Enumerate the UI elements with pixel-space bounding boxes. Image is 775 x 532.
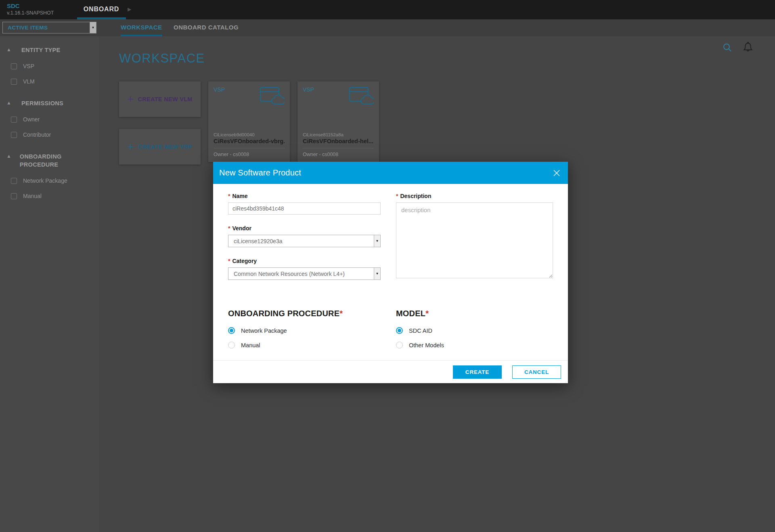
required-asterisk: *	[396, 193, 398, 199]
filter-label: Contributor	[23, 131, 51, 138]
chevron-up-icon[interactable]: ▲	[6, 153, 12, 159]
create-new-vlm-button[interactable]: + CREATE NEW VLM	[119, 81, 201, 117]
radio-label: Manual	[241, 342, 260, 348]
required-asterisk: *	[228, 193, 230, 199]
vsp-card[interactable]: VSP CiLicenseb9d00040 CiResVFOnboarded-v…	[208, 81, 290, 162]
card-divider	[214, 148, 285, 148]
onboarding-procedure-group: ONBOARDING PROCEDURE* Network Package Ma…	[228, 309, 381, 356]
description-field-group: *Description	[396, 193, 553, 278]
filter-section-onboarding-procedure: ▲ ONBOARDING PROCEDURE Network Package M…	[0, 152, 99, 199]
card-name: CiResVFOnboarded-vbrg...	[214, 138, 285, 144]
vsp-window-cloud-icon	[260, 87, 285, 107]
section-header-permissions[interactable]: ▲ PERMISSIONS	[0, 99, 99, 107]
filter-item-contributor[interactable]: Contributor	[0, 131, 99, 138]
filter-item-manual[interactable]: Manual	[0, 193, 99, 199]
dropdown-arrow-icon[interactable]: ▼	[374, 235, 380, 247]
modal-footer: CREATE CANCEL	[213, 360, 568, 383]
tab-workspace[interactable]: WORKSPACE	[121, 19, 162, 36]
checkbox[interactable]	[11, 193, 17, 199]
filter-label: Network Package	[23, 177, 67, 184]
nav-tab-onboard[interactable]: ONBOARD	[77, 0, 126, 19]
active-items-selected-value: ACTIVE ITEMS	[3, 25, 48, 31]
filter-label: VSP	[23, 63, 34, 69]
category-selected-value: Common Network Resources (Network L4+)	[228, 268, 374, 280]
radio-network-package[interactable]: Network Package	[228, 327, 381, 334]
category-select[interactable]: Common Network Resources (Network L4+) ▼	[228, 267, 381, 280]
sub-header: ACTIVE ITEMS ▼ WORKSPACE ONBOARD CATALOG	[0, 19, 775, 36]
radio-label: Other Models	[409, 342, 444, 348]
card-vendor-id: CiLicense81152a8a	[303, 132, 374, 137]
card-owner: Owner - cs0008	[214, 152, 285, 157]
card-vendor-id: CiLicenseb9d00040	[214, 132, 285, 137]
dropdown-arrow-icon[interactable]: ▼	[90, 22, 96, 33]
card-info: CiLicenseb9d00040 CiResVFOnboarded-vbrg.…	[214, 132, 285, 157]
checkbox[interactable]	[11, 63, 17, 69]
nav-tab-active-underline	[77, 17, 126, 19]
radio-button-selected[interactable]	[396, 327, 403, 334]
radio-button-selected[interactable]	[228, 327, 235, 334]
chevron-up-icon[interactable]: ▲	[6, 47, 14, 52]
required-asterisk: *	[425, 309, 429, 318]
description-textarea[interactable]	[396, 202, 553, 278]
checkbox[interactable]	[11, 178, 17, 184]
section-header-entity-type[interactable]: ▲ ENTITY TYPE	[0, 46, 99, 54]
plus-icon: +	[128, 141, 134, 152]
name-label: *Name	[228, 193, 381, 199]
app-name: SDC	[7, 2, 54, 10]
checkbox[interactable]	[11, 117, 17, 123]
close-icon[interactable]	[553, 169, 561, 177]
radio-other-models[interactable]: Other Models	[396, 342, 553, 348]
cancel-button[interactable]: CANCEL	[512, 365, 561, 379]
filter-item-vsp[interactable]: VSP	[0, 63, 99, 69]
vendor-label: *Vendor	[228, 225, 381, 232]
name-input[interactable]	[228, 202, 381, 215]
create-button[interactable]: CREATE	[453, 365, 502, 379]
filter-label: VLM	[23, 78, 35, 85]
workspace-cards: + CREATE NEW VLM + CREATE NEW VSP VSP Ci…	[119, 81, 775, 165]
create-button-label: CREATE NEW VSP	[138, 144, 192, 150]
onboarding-procedure-heading: ONBOARDING PROCEDURE*	[228, 309, 381, 318]
filter-item-owner[interactable]: Owner	[0, 116, 99, 123]
page-title: WORKSPACE	[119, 51, 775, 66]
checkbox[interactable]	[11, 79, 17, 85]
radio-manual[interactable]: Manual	[228, 342, 381, 348]
name-field-group: *Name	[228, 193, 381, 215]
modal-title: New Software Product	[219, 168, 301, 177]
filter-item-vlm[interactable]: VLM	[0, 78, 99, 85]
category-label: *Category	[228, 258, 381, 264]
card-divider	[303, 148, 374, 148]
filter-label: Manual	[23, 193, 42, 199]
radio-label: Network Package	[241, 328, 287, 334]
tab-onboard-catalog[interactable]: ONBOARD CATALOG	[174, 19, 239, 36]
app-brand: SDC v.1.16.1-SNAPSHOT	[7, 2, 54, 16]
dropdown-arrow-icon[interactable]: ▼	[374, 268, 380, 280]
checkbox[interactable]	[11, 132, 17, 138]
filter-sidebar: ▲ ENTITY TYPE VSP VLM ▲ PERMISSIONS Owne…	[0, 36, 99, 532]
category-field-group: *Category Common Network Resources (Netw…	[228, 258, 381, 280]
model-heading: MODEL*	[396, 309, 553, 318]
new-software-product-modal: New Software Product *Name *Vendor ciLic…	[213, 162, 568, 383]
section-title: PERMISSIONS	[21, 99, 80, 107]
filter-item-network-package[interactable]: Network Package	[0, 177, 99, 184]
radio-button[interactable]	[396, 342, 403, 348]
section-header-onboarding-procedure[interactable]: ▲ ONBOARDING PROCEDURE	[0, 152, 99, 169]
active-items-select[interactable]: ACTIVE ITEMS ▼	[2, 22, 96, 33]
vendor-select[interactable]: ciLicense12920e3a ▼	[228, 235, 381, 247]
modal-header: New Software Product	[213, 162, 568, 184]
model-group: MODEL* SDC AID Other Models	[396, 309, 553, 356]
card-info: CiLicense81152a8a CiResVFOnboarded-hel..…	[303, 132, 374, 157]
section-title: ONBOARDING PROCEDURE	[20, 152, 99, 169]
notifications-bell-icon[interactable]	[743, 42, 753, 52]
chevron-up-icon[interactable]: ▲	[6, 100, 14, 106]
section-title: ENTITY TYPE	[21, 46, 77, 54]
card-name: CiResVFOnboarded-hel...	[303, 138, 374, 144]
search-icon[interactable]	[722, 42, 733, 53]
card-owner: Owner - cs0008	[303, 152, 374, 157]
vsp-card[interactable]: VSP CiLicense81152a8a CiResVFOnboarded-h…	[297, 81, 379, 162]
app-version: v.1.16.1-SNAPSHOT	[7, 10, 54, 17]
nav-expand-icon[interactable]: ▶	[128, 6, 131, 12]
radio-button[interactable]	[228, 342, 235, 348]
radio-sdc-aid[interactable]: SDC AID	[396, 327, 553, 334]
create-new-vsp-button[interactable]: + CREATE NEW VSP	[119, 129, 201, 165]
filter-label: Owner	[23, 116, 40, 123]
